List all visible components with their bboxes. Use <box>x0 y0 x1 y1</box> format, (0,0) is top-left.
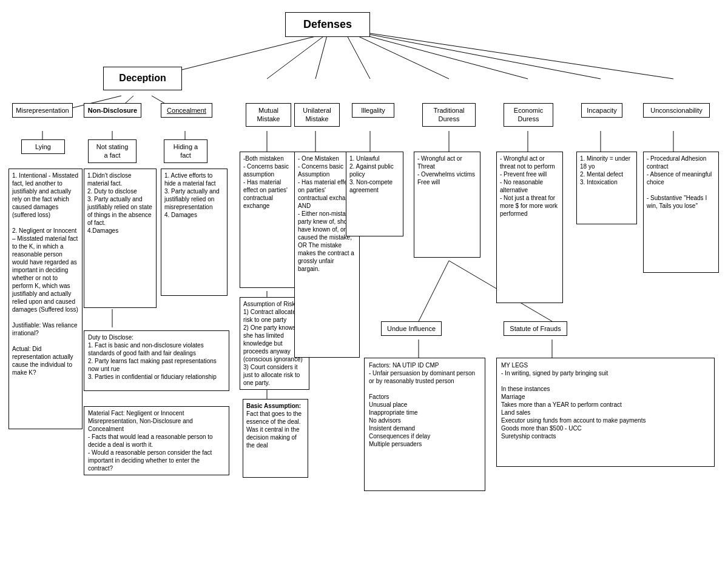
illegality-detail: 1. Unlawful2. Against public policy3. No… <box>346 152 403 236</box>
statute-of-frauds-node: Statute of Frauds <box>504 321 567 336</box>
misrepresentation-detail: 1. Intentional - Misstated fact, led ano… <box>8 169 83 429</box>
hiding-node: Hiding afact <box>164 139 207 163</box>
diagram: Defenses Deception Misrepresentation Non… <box>6 6 722 562</box>
non-disclosure-node: Non-Disclosure <box>84 103 141 118</box>
unconscionability-node: Unconscionability <box>643 103 710 118</box>
non-disclosure-detail: 1.Didn't disclose material fact.2. Duty … <box>84 169 157 308</box>
lying-node: Lying <box>21 139 65 154</box>
undue-influence-factors: Factors: NA UTIP ID CMP- Unfair persuasi… <box>364 358 485 491</box>
svg-line-2 <box>315 33 328 79</box>
economic-duress-node: EconomicDuress <box>504 103 553 127</box>
unconscionability-detail: - Procedural Adhesion contract- Absence … <box>643 152 719 273</box>
undue-influence-node: Undue Influence <box>381 321 442 336</box>
concealment-node: Concealment <box>161 103 212 118</box>
economic-duress-detail: - Wrongful act or threat not to perform-… <box>496 152 563 303</box>
svg-line-24 <box>419 261 449 321</box>
defenses-node: Defenses <box>285 12 370 37</box>
traditional-duress-node: TraditionalDuress <box>422 103 476 127</box>
illegality-node: Illegality <box>352 103 394 118</box>
unilateral-mistake-node: UnilateralMistake <box>294 103 340 127</box>
statute-of-frauds-detail: MY LEGS- In writing, signed by party bri… <box>496 358 715 467</box>
concealment-detail: 1. Active efforts to hide a material fac… <box>161 169 228 296</box>
basic-assumption: Basic Assumption:Fact that goes to the e… <box>243 399 308 478</box>
incapacity-node: Incapacity <box>581 103 622 118</box>
material-fact-box: Material Fact: Negligent or Innocent Mis… <box>84 406 229 475</box>
duty-to-disclose: Duty to Disclose:1. Fact is basic and no… <box>84 330 229 391</box>
svg-line-6 <box>364 33 601 79</box>
traditional-duress-detail: - Wrongful act or Threat- Overwhelms vic… <box>414 152 480 258</box>
svg-line-3 <box>346 33 370 79</box>
svg-line-1 <box>267 33 328 79</box>
mutual-mistake-node: MutualMistake <box>246 103 291 127</box>
misrepresentation-node: Misrepresentation <box>12 103 73 118</box>
mutual-mistake-detail: -Both mistaken- Concerns basic assumptio… <box>240 152 300 288</box>
incapacity-detail: 1. Minority = under 18 yo2. Mental defec… <box>576 152 637 224</box>
svg-line-5 <box>358 33 528 79</box>
not-stating-node: Not statinga fact <box>88 139 136 163</box>
svg-line-7 <box>370 33 673 79</box>
deception-node: Deception <box>103 67 182 90</box>
svg-line-4 <box>352 33 449 79</box>
